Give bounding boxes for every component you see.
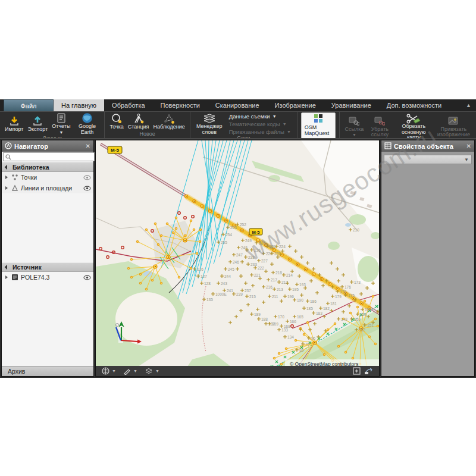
svg-text:160: 160 xyxy=(354,317,361,321)
import-button[interactable]: Импорт xyxy=(4,115,24,133)
caret-icon[interactable]: ▼ xyxy=(133,369,137,373)
visibility-eye-icon[interactable] xyxy=(83,175,91,180)
ribbon-group-basemap: OSM MapQuest▼ Основная карта xyxy=(298,112,340,138)
unlink-icon xyxy=(374,115,385,127)
observation-button[interactable]: Наблюдение xyxy=(152,113,186,130)
tree-item-lines-areas[interactable]: Линии и площади xyxy=(2,183,93,193)
search-input[interactable] xyxy=(11,153,92,161)
map-canvas[interactable]: 2532542552522492482472462452442432412392… xyxy=(96,140,379,366)
tree-item-source-file[interactable]: POLE74.3 xyxy=(2,272,93,283)
thematic-codes-menu[interactable]: Тематические коды▼ xyxy=(229,121,291,127)
reports-button[interactable]: Отчеты▼ xyxy=(51,112,71,135)
unlink-button[interactable]: Убрать ссылку xyxy=(367,115,393,138)
archive-bar[interactable]: Архив xyxy=(2,366,93,376)
application-window: Файл На главную Обработка Поверхности Ск… xyxy=(0,99,476,378)
svg-text:148: 148 xyxy=(341,317,347,321)
svg-text:185: 185 xyxy=(306,306,313,311)
close-icon[interactable]: ✕ xyxy=(86,143,90,149)
caret-icon[interactable]: ▼ xyxy=(112,369,116,373)
svg-text:241: 241 xyxy=(227,289,233,293)
tab-home[interactable]: На главную xyxy=(54,99,104,111)
svg-text:254: 254 xyxy=(226,233,232,237)
search-icon xyxy=(5,154,11,160)
svg-text:190: 190 xyxy=(297,298,303,302)
svg-text:216: 216 xyxy=(266,285,273,289)
section-library[interactable]: Библиотека xyxy=(2,162,93,172)
svg-text:170: 170 xyxy=(278,315,284,319)
station-icon xyxy=(133,113,145,124)
road-badge-m5: М-5 xyxy=(108,146,122,154)
svg-text:М-5: М-5 xyxy=(111,148,119,153)
osm-mapquest-button[interactable]: OSM MapQuest▼ xyxy=(301,112,336,138)
pencil-icon xyxy=(123,367,131,375)
section-source[interactable]: Источник xyxy=(2,262,93,272)
expand-icon[interactable] xyxy=(5,186,8,190)
add-view-icon[interactable] xyxy=(353,367,361,375)
visibility-eye-icon[interactable] xyxy=(83,186,91,191)
scissors-icon xyxy=(406,112,421,124)
svg-text:233: 233 xyxy=(250,262,257,267)
layer-manager-button[interactable]: Менеджер слоев xyxy=(194,112,225,135)
object-selector-dropdown[interactable]: ▼ xyxy=(384,155,472,164)
svg-text:245: 245 xyxy=(228,267,234,271)
bind-image-button[interactable]: Привязать изображение xyxy=(434,115,472,138)
ribbon-group-new: Точка Станция Наблюдение Новое xyxy=(105,112,190,138)
svg-text:210: 210 xyxy=(353,228,359,232)
tab-file[interactable]: Файл xyxy=(4,99,54,111)
svg-text:196: 196 xyxy=(287,295,294,299)
expand-icon[interactable] xyxy=(5,275,8,279)
tab-extras[interactable]: Доп. возможности xyxy=(379,99,449,111)
tab-surfaces[interactable]: Поверхности xyxy=(153,99,208,111)
tab-image[interactable]: Изображение xyxy=(267,99,324,111)
crop-basemap-button[interactable]: Обрезать основную карту xyxy=(394,112,433,138)
svg-text:152: 152 xyxy=(359,328,365,332)
basemap-globe-button[interactable] xyxy=(102,367,109,375)
station-button[interactable]: Станция xyxy=(127,113,151,130)
export-button[interactable]: Экспорт xyxy=(26,115,49,133)
svg-text:243: 243 xyxy=(221,281,227,286)
osm-attribution: © OpenStreetMap contributors xyxy=(290,361,358,366)
svg-text:1000E: 1000E xyxy=(215,292,227,296)
svg-text:252: 252 xyxy=(240,223,246,227)
svg-text:246: 246 xyxy=(233,260,239,264)
svg-text:249: 249 xyxy=(245,239,252,243)
svg-text:128: 128 xyxy=(204,281,211,286)
navigator-search[interactable] xyxy=(3,152,95,161)
svg-text:244: 244 xyxy=(224,274,231,278)
close-icon[interactable]: ✕ xyxy=(466,143,471,149)
export-icon xyxy=(32,115,43,127)
ribbon-collapse-icon[interactable]: ▲ xyxy=(466,99,471,111)
tab-adjustment[interactable]: Уравнивание xyxy=(324,99,379,111)
link-button[interactable]: Ссылка▼ xyxy=(343,115,365,138)
visibility-eye-icon[interactable] xyxy=(83,275,91,280)
link-icon xyxy=(349,115,359,127)
svg-text:222: 222 xyxy=(258,266,264,270)
observation-icon xyxy=(163,113,175,124)
svg-text:253: 253 xyxy=(230,226,237,230)
navigator-icon xyxy=(5,142,12,151)
svg-text:227: 227 xyxy=(261,259,268,263)
survey-data-menu[interactable]: Данные съемки▼ xyxy=(229,113,291,120)
svg-text:156: 156 xyxy=(365,308,371,312)
lines-item-icon xyxy=(11,184,18,192)
tab-scanning[interactable]: Сканирование xyxy=(208,99,267,111)
caret-icon[interactable]: ▼ xyxy=(155,369,159,373)
draw-tool-button[interactable] xyxy=(123,367,131,375)
properties-panel: Свойства объекта ✕ ▼ xyxy=(381,140,475,377)
map-toolbar: ▼ ▼ ▼ xyxy=(96,366,379,376)
svg-text:238: 238 xyxy=(248,255,255,259)
svg-text:М-5: М-5 xyxy=(252,230,260,235)
point-button[interactable]: Точка xyxy=(108,113,124,130)
tab-processing[interactable]: Обработка xyxy=(104,99,152,111)
ribbon-group-images: Ссылка▼ Убрать ссылку Обрезать основную … xyxy=(340,112,476,138)
pan-mode-icon[interactable] xyxy=(364,367,373,375)
layers-icon xyxy=(203,112,216,124)
google-earth-icon xyxy=(82,112,93,124)
tree-item-points[interactable]: Точки xyxy=(2,172,93,183)
google-earth-button[interactable]: Google Earth xyxy=(73,112,101,135)
svg-text:96: 96 xyxy=(311,336,316,340)
expand-icon[interactable] xyxy=(5,176,8,179)
svg-text:189: 189 xyxy=(254,312,261,317)
layers-tool-button[interactable] xyxy=(145,368,153,374)
attached-files-menu[interactable]: Привязанные файлы▼ xyxy=(229,129,291,135)
